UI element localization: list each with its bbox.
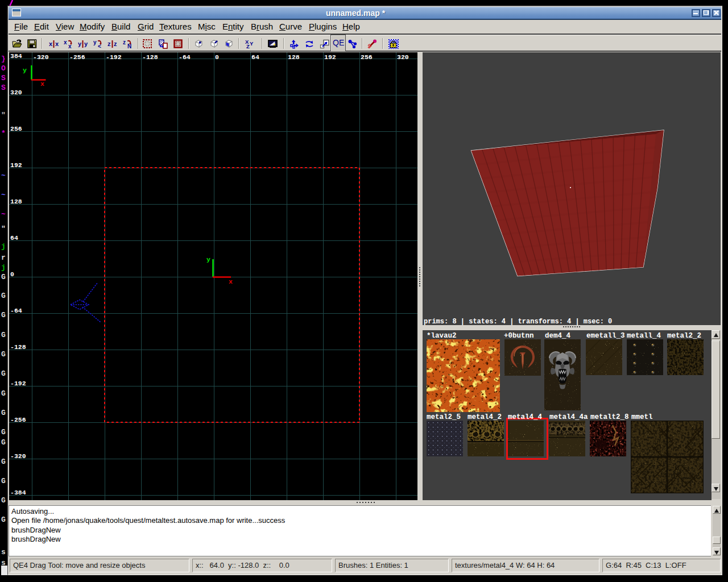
svg-text:<: < <box>98 43 101 49</box>
svg-text:256: 256 <box>361 53 373 61</box>
svg-text:Y: Y <box>250 40 254 47</box>
svg-text:-192: -192 <box>10 380 26 387</box>
svg-text:-256: -256 <box>10 416 26 423</box>
svg-text:x: x <box>229 278 233 285</box>
svg-text:0: 0 <box>10 271 14 278</box>
svg-text:x: x <box>64 39 67 45</box>
svg-text:z: z <box>107 40 111 47</box>
svg-text:320: 320 <box>397 53 409 61</box>
svg-text:-128: -128 <box>142 53 158 61</box>
svg-text:256: 256 <box>10 125 22 132</box>
svg-text:y: y <box>93 39 97 45</box>
svg-text:-320: -320 <box>10 452 26 460</box>
svg-text:192: 192 <box>324 53 336 61</box>
svg-text:y: y <box>23 66 27 74</box>
svg-text:x: x <box>68 43 72 49</box>
svg-text:Z: Z <box>246 43 250 49</box>
svg-text:-128: -128 <box>10 343 26 351</box>
svg-text:64: 64 <box>10 234 18 242</box>
svg-text:x: x <box>55 40 59 47</box>
svg-text:y: y <box>78 40 82 47</box>
svg-text:-64: -64 <box>179 53 191 61</box>
svg-text:x: x <box>40 80 44 88</box>
svg-text:0: 0 <box>215 53 219 61</box>
svg-text:N: N <box>127 43 131 49</box>
svg-text:z: z <box>123 39 126 45</box>
svg-text:384: 384 <box>10 52 22 60</box>
svg-text:64: 64 <box>251 53 259 61</box>
svg-text:320: 320 <box>10 89 22 96</box>
svg-text:128: 128 <box>10 198 22 205</box>
svg-text:192: 192 <box>10 161 22 169</box>
svg-text:-256: -256 <box>69 53 85 61</box>
svg-text:x: x <box>49 40 53 47</box>
svg-text:z: z <box>114 40 117 47</box>
svg-text:-192: -192 <box>106 53 122 61</box>
svg-text:-320: -320 <box>33 53 49 61</box>
svg-text:y: y <box>206 256 210 263</box>
svg-text:y: y <box>84 40 88 47</box>
svg-text:-384: -384 <box>10 489 26 496</box>
svg-text:-64: -64 <box>10 307 22 314</box>
svg-text:128: 128 <box>288 53 300 61</box>
